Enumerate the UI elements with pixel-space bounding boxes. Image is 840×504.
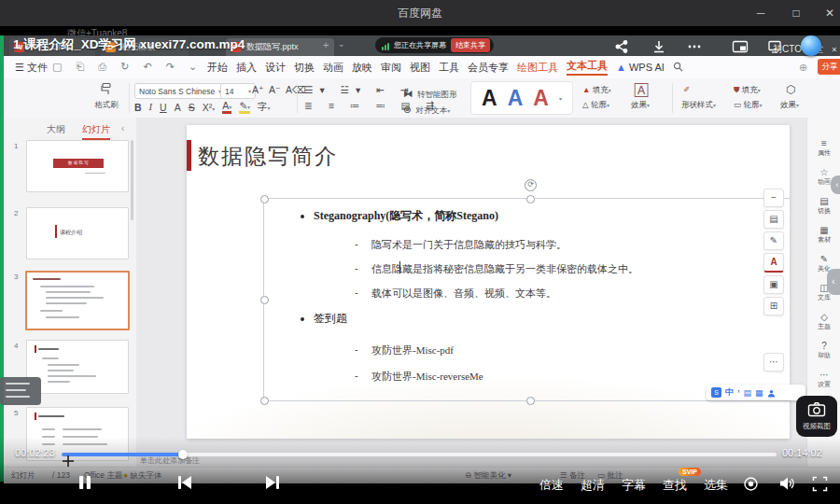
ime-person-icon[interactable] [767, 385, 776, 401]
missing-font-warning[interactable]: ● 缺失字体 [123, 470, 162, 482]
list-buttons-row[interactable]: ☰▾ ☱▾ ⇤ ⇥ [304, 84, 415, 95]
selection-handle[interactable] [526, 397, 535, 405]
text-style-blue[interactable]: A [508, 84, 524, 112]
selection-handle[interactable] [260, 397, 269, 405]
shape-outline-button[interactable]: ▭ 轮廓▾ [734, 99, 762, 112]
sidebar-item-help[interactable]: ?帮助 [807, 341, 840, 359]
char-spacing-button[interactable]: A [175, 102, 181, 113]
share-button[interactable]: 分享 [818, 59, 840, 75]
end-share-button[interactable]: 结束共享 [451, 38, 490, 52]
panel-scrollbar[interactable] [131, 140, 133, 220]
text-style-red-outline[interactable]: A [533, 84, 549, 112]
selection-handle[interactable] [260, 195, 269, 203]
menu-home[interactable]: 开始 [207, 61, 228, 75]
selection-handle[interactable] [526, 195, 535, 203]
menu-animation[interactable]: 动画 [323, 61, 343, 75]
text-effect-button[interactable]: 效果▾ [631, 99, 650, 112]
menu-slideshow[interactable]: 放映 [352, 61, 372, 75]
layers-icon[interactable]: ▤ [763, 210, 784, 229]
search-icon[interactable] [673, 62, 683, 74]
text-fill-button[interactable]: ▲ 填充▾ [582, 84, 611, 97]
menu-view[interactable]: 视图 [410, 61, 430, 75]
bullet-text[interactable]: 攻防世界-Misc-reverseMe [371, 370, 483, 384]
toolbar-collapse-handle[interactable]: ‹ [831, 175, 840, 194]
menu-design[interactable]: 设计 [265, 61, 286, 75]
video-screenshot-button[interactable]: 视频截图 [796, 396, 837, 437]
duplicate-icon[interactable]: ⊞ [763, 297, 784, 315]
strikethrough-button[interactable]: S [189, 102, 195, 113]
format-painter-button[interactable]: 格式刷 [90, 82, 123, 111]
upload-cloud-icon[interactable]: ⊕ [799, 62, 807, 74]
fullscreen-icon[interactable] [812, 476, 828, 496]
quality-button[interactable]: 超清 [581, 477, 605, 494]
next-button[interactable] [263, 474, 282, 495]
ime-toolbox-icon[interactable]: ▤ [744, 388, 752, 398]
episodes-button[interactable]: 选集 [704, 477, 728, 494]
slide-thumbnail-4[interactable] [26, 340, 129, 394]
shrink-font-icon[interactable]: A⁻ [269, 84, 281, 95]
shape-effect-button[interactable]: 效果▾ [780, 99, 799, 112]
font-color-button[interactable]: A▾ [222, 100, 231, 114]
align-text-button[interactable]: ⊜ 对齐文本▾ [403, 100, 450, 117]
quick-access-icons[interactable]: ▢ ⎗ ⎙ ↻ ↶ ↷ ⌄ [52, 61, 203, 73]
record-icon[interactable] [743, 476, 759, 496]
edit-pencil-icon[interactable]: ✎ [763, 231, 784, 250]
superscript-button[interactable]: X²▾ [203, 102, 216, 113]
notes-hint[interactable]: 单击此处添加备注 [140, 455, 200, 466]
text-outline-button[interactable]: △ 轮廓▾ [582, 99, 609, 112]
speed-button[interactable]: 倍速 [539, 477, 564, 494]
find-button[interactable]: 查找 [663, 477, 687, 494]
text-style-gallery[interactable]: A A A ▾ [470, 81, 573, 115]
bullet-text[interactable]: 攻防世界-Misc-pdf [371, 343, 454, 357]
new-tab-icon[interactable]: + [323, 39, 329, 50]
menu-wps-ai[interactable]: ▲ WPS AI [616, 62, 665, 73]
ime-punct-icon[interactable]: ’ [737, 388, 740, 398]
current-slide[interactable]: 数据隐写简介 ⟳ Steganography(隐写术，简称Stegano) - … [187, 125, 790, 439]
subtitle-button[interactable]: 字幕 [622, 477, 646, 494]
sidebar-item-settings[interactable]: ⋯设置 [807, 370, 840, 388]
sidebar-item-properties[interactable]: ≡属性 [807, 138, 840, 157]
maximize-icon[interactable]: □ [782, 4, 810, 22]
bullet-text[interactable]: 信息隐藏是指将秘密信息隐藏于另一类非保密的载体之中。 [371, 262, 638, 276]
sidebar-item-theme[interactable]: ◇主题 [807, 312, 840, 330]
sidebar-collapse-handle[interactable]: ‹ [827, 269, 840, 295]
tab-outline[interactable]: 大纲 [47, 123, 65, 136]
shape-style-button[interactable]: 形状样式▾ [681, 99, 716, 112]
bullet-text[interactable]: 载体可以是图像、音频、视频、文本等。 [371, 287, 556, 301]
bold-button[interactable]: B [134, 102, 142, 113]
watermark-close-icon[interactable]: ✕ [832, 46, 838, 54]
bullet-text[interactable]: Steganography(隐写术，简称Stegano) [314, 208, 498, 224]
underline-button[interactable]: U [160, 102, 167, 113]
sidebar-item-transition[interactable]: ▤切换 [807, 196, 840, 215]
collapse-mini-icon[interactable]: − [763, 189, 784, 207]
pause-button[interactable] [77, 474, 93, 495]
text-style-more-icon[interactable]: ▾ [559, 95, 562, 102]
smart-graphic-button[interactable]: ⧓ 转智能图形 [403, 84, 456, 101]
slide-thumbnail-3[interactable] [25, 271, 130, 330]
sidebar-item-material[interactable]: ▦素材 [807, 225, 840, 244]
close-icon[interactable]: ✕ [816, 4, 840, 22]
panel-collapse-icon[interactable]: ‹ [121, 123, 124, 133]
clear-format-icon[interactable]: A⌫ [286, 84, 306, 95]
rotate-handle[interactable]: ⟳ [525, 179, 537, 191]
menu-member[interactable]: 会员专享 [468, 61, 509, 75]
highlight-color-button[interactable]: ✎▾ [239, 100, 250, 114]
bullet-text[interactable]: 签到题 [314, 311, 347, 327]
tab-slides[interactable]: 幻灯片 [82, 123, 110, 140]
menu-draw-tools[interactable]: 绘图工具 [517, 61, 558, 75]
more-icon[interactable] [687, 39, 702, 58]
grow-font-icon[interactable]: A⁺ [252, 84, 264, 95]
file-menu[interactable]: ☰ 文件 [15, 61, 48, 75]
selection-handle[interactable] [260, 296, 269, 304]
image-frame-icon[interactable]: ▣ [763, 275, 784, 294]
shape-fill-button[interactable]: ⛊ 填充▾ [734, 84, 761, 97]
assistant-ball-icon[interactable] [801, 35, 821, 56]
text-style-black[interactable]: A [482, 84, 497, 112]
ime-toolbar[interactable]: S 中 ’ ▤ ▦ [707, 385, 805, 400]
previous-button[interactable] [175, 474, 194, 495]
slide-title[interactable]: 数据隐写简介 [198, 142, 338, 171]
slide-thumbnail-1[interactable]: 数 据 隐 写 [26, 140, 129, 192]
progress-bar[interactable] [62, 453, 777, 456]
char-border-button[interactable]: 字▾ [258, 101, 271, 114]
progress-handle[interactable] [178, 450, 188, 459]
